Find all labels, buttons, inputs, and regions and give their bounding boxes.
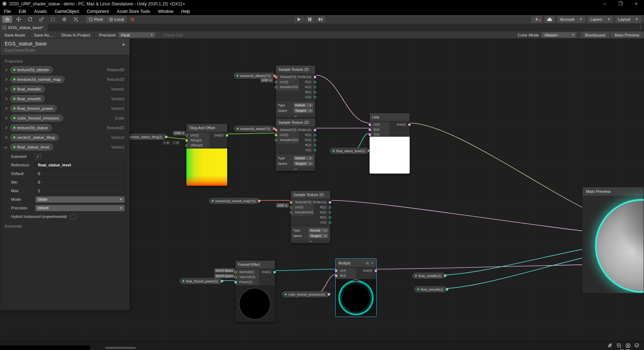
scale-tool-button[interactable]	[36, 16, 47, 23]
input-port-b[interactable]	[369, 128, 371, 131]
output-port-b[interactable]	[314, 91, 316, 93]
input-port-b[interactable]	[335, 274, 337, 277]
rotate-tool-button[interactable]	[25, 16, 35, 23]
output-port-r[interactable]	[329, 206, 331, 209]
step-button[interactable]	[316, 16, 326, 23]
property-node-float-statue-level[interactable]: float_statue_level(1)	[330, 148, 369, 154]
output-port[interactable]	[446, 288, 448, 291]
space-dropdown[interactable]: Tangent▼	[294, 161, 313, 166]
output-port[interactable]	[328, 293, 330, 296]
blackboard-panel[interactable]: EGS_statue_base EasyGameStudio + Propert…	[0, 38, 130, 311]
cloud-services-button[interactable]	[544, 16, 555, 23]
output-port-rgba[interactable]	[314, 76, 316, 78]
menu-file[interactable]: File	[0, 9, 15, 14]
uv-channel-dropdown[interactable]: UV0▼	[276, 203, 289, 208]
menu-window[interactable]: Window	[154, 9, 177, 14]
save-as-button[interactable]: Save As...	[30, 31, 57, 38]
property-row[interactable]: float_smooth Vector1	[0, 94, 130, 103]
node-sample-texture-2d-normal[interactable]: Sample Texture 2D Texture(T2) UV(2) Samp…	[291, 190, 331, 243]
output-port-r[interactable]	[314, 134, 316, 136]
output-port-a[interactable]	[314, 96, 316, 98]
hybrid-instanced-checkbox[interactable]	[70, 214, 76, 219]
input-port-t[interactable]	[369, 133, 371, 136]
rect-tool-button[interactable]	[48, 16, 58, 23]
console-message-area[interactable]	[0, 345, 90, 350]
chevron-right-icon[interactable]	[4, 78, 7, 81]
input-port-tiling[interactable]	[185, 139, 188, 142]
reference-field[interactable]: float_statue_level	[35, 162, 125, 168]
input-port-uv[interactable]	[290, 206, 292, 209]
chevron-right-icon[interactable]	[4, 68, 7, 71]
preview-sphere[interactable]	[597, 201, 644, 291]
input-port-sampler[interactable]	[275, 139, 277, 141]
chevron-right-icon[interactable]	[4, 126, 7, 129]
chevron-right-icon[interactable]	[4, 107, 7, 110]
precision-dropdown[interactable]: Inherit▼	[35, 205, 125, 211]
input-port-view-dir[interactable]	[234, 276, 237, 278]
gear-icon[interactable]: ⚙	[366, 261, 369, 265]
main-preview-panel[interactable]: Main Preview	[582, 187, 644, 293]
property-node-float-fresnel-power[interactable]: float_fresnel_power(1)	[180, 278, 222, 284]
collab-button[interactable]: ✕	[531, 16, 542, 23]
menu-edit[interactable]: Edit	[15, 9, 30, 14]
input-port-a[interactable]	[369, 123, 371, 126]
property-node-texture2d-normal-map[interactable]: trexture2d_normal_map(T2)	[209, 198, 259, 204]
node-multiply[interactable]: Multiply ⚙ ▼ A(4) B(4) Out(4)	[336, 259, 376, 317]
show-in-project-button[interactable]: Show In Project	[57, 31, 95, 38]
input-port-texture[interactable]	[275, 76, 277, 78]
snap-settings-button[interactable]	[127, 16, 137, 23]
add-property-button[interactable]: +	[122, 42, 125, 48]
maximize-button[interactable]: ❐	[613, 0, 628, 8]
hand-tool-button[interactable]	[2, 16, 12, 23]
input-port-texture[interactable]	[290, 201, 292, 204]
pause-button[interactable]	[305, 16, 315, 23]
precision-dropdown[interactable]: Float▼	[119, 32, 155, 38]
input-port-texture[interactable]	[275, 129, 277, 131]
input-port-a[interactable]	[335, 269, 337, 272]
chevron-down-icon[interactable]: ▼	[371, 262, 374, 265]
space-dropdown[interactable]: Tangent▼	[309, 234, 328, 238]
type-dropdown[interactable]: Normal▼	[309, 228, 328, 233]
input-port-uv[interactable]	[275, 134, 277, 136]
menu-help[interactable]: Help	[177, 9, 194, 14]
chevron-right-icon[interactable]	[4, 87, 7, 90]
property-node-texture2d-statue[interactable]: texture2d_statue(T2)	[234, 126, 274, 132]
output-port[interactable]	[165, 136, 167, 138]
property-row[interactable]: color_fresnel_emission Color	[0, 113, 130, 123]
menu-assets[interactable]: Assets	[30, 9, 51, 14]
output-port-rgba[interactable]	[329, 201, 331, 204]
property-row-expanded[interactable]: float_statue_level Vector1	[0, 142, 130, 152]
output-port-b[interactable]	[314, 144, 316, 146]
node-lerp[interactable]: Lerp A(4) B(4) T(4) Out(4)	[369, 113, 410, 174]
output-port-out[interactable]	[375, 269, 377, 272]
chevron-right-icon[interactable]	[4, 97, 7, 100]
mode-dropdown[interactable]: Slider▼	[35, 196, 125, 203]
preview-collapse-button[interactable]	[353, 279, 359, 282]
y-field[interactable]: Y0	[171, 140, 180, 145]
property-row[interactable]: float_metallic Vector1	[0, 84, 130, 94]
preview-expand-button[interactable]	[276, 115, 315, 118]
play-button[interactable]	[294, 16, 304, 23]
output-port-out[interactable]	[273, 271, 276, 273]
debugger-button[interactable]	[606, 342, 614, 349]
menu-gameobject[interactable]: GameObject	[51, 9, 83, 14]
default-field[interactable]: 0	[35, 170, 125, 177]
menu-asset-store-tools[interactable]: Asset Store Tools	[113, 9, 154, 14]
blackboard-header[interactable]: EGS_statue_base EasyGameStudio +	[0, 39, 130, 55]
output-port[interactable]	[444, 274, 447, 277]
output-port[interactable]	[221, 280, 223, 282]
output-port-b[interactable]	[329, 216, 331, 219]
pivot-toggle-button[interactable]: Pivot	[86, 16, 106, 23]
property-row[interactable]: texture2d_albedo Texture2D	[0, 65, 130, 74]
input-port-uv[interactable]	[275, 81, 277, 83]
space-dropdown[interactable]: Tangent▼	[294, 108, 313, 113]
output-port-out[interactable]	[226, 134, 228, 137]
color-mode-dropdown[interactable]: <None>▼	[542, 32, 576, 38]
type-dropdown[interactable]: Default▼	[294, 156, 313, 160]
node-fresnel-effect[interactable]: Fresnel Effect Normal(3) View Dir(3) Pow…	[235, 260, 275, 322]
uv-channel-dropdown[interactable]: UV0▼	[260, 78, 273, 82]
input-port-sampler[interactable]	[290, 211, 292, 214]
min-field[interactable]: 0	[35, 179, 125, 185]
input-port-normal[interactable]	[234, 271, 237, 273]
preview-expand-button[interactable]	[291, 240, 330, 243]
